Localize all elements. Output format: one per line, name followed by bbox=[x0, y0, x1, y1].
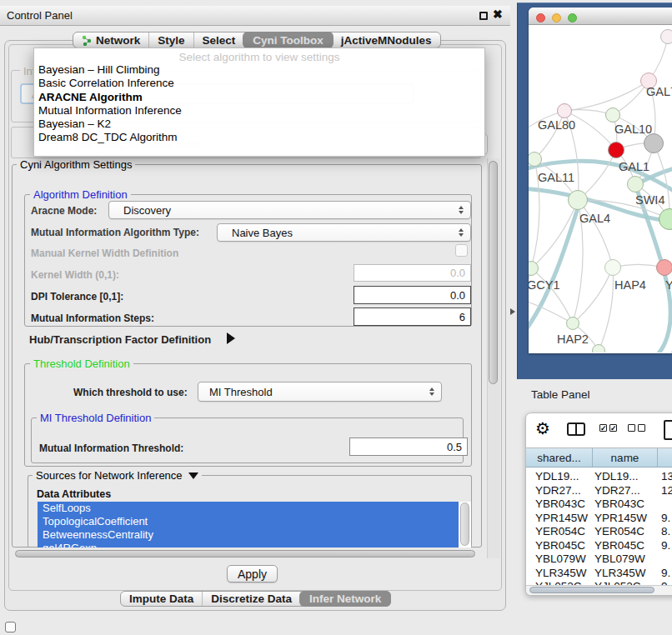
network-node-hap2[interactable] bbox=[566, 317, 579, 330]
network-node[interactable] bbox=[592, 344, 605, 352]
select-all-icon2[interactable]: ✓ bbox=[609, 424, 617, 432]
float-window-icon[interactable] bbox=[479, 12, 488, 20]
manual-kernel-label: Manual Kernel Width Definition bbox=[31, 248, 178, 259]
file-icon[interactable] bbox=[664, 420, 672, 440]
table-cell: 9. bbox=[661, 512, 670, 524]
network-node-label: GAL4 bbox=[579, 212, 610, 225]
tab-label: Select bbox=[203, 34, 236, 47]
column-header-shared[interactable]: shared... bbox=[526, 448, 593, 467]
table-cell: 12 bbox=[661, 484, 672, 497]
network-node-gal1[interactable] bbox=[608, 142, 624, 158]
kernel-width-label: Kernel Width (0,1): bbox=[31, 269, 119, 281]
close-traffic-light[interactable] bbox=[536, 13, 545, 22]
which-threshold-value: MI Threshold bbox=[209, 386, 273, 398]
mi-threshold-field[interactable]: 0.5 bbox=[349, 438, 468, 456]
mi-threshold-title: MI Threshold Definition bbox=[37, 412, 154, 424]
network-node-label: GCY1 bbox=[529, 278, 560, 292]
settings-vscrollbar-thumb[interactable] bbox=[489, 161, 498, 384]
data-attributes-label: Data Attributes bbox=[37, 488, 111, 500]
tab-impute-data[interactable]: Impute Data bbox=[121, 592, 202, 606]
dropdown-item[interactable]: ARACNE Algorithm bbox=[34, 91, 484, 104]
settings-hscrollbar-thumb[interactable] bbox=[15, 550, 475, 558]
data-attributes-list: SelfLoopsTopologicalCoefficientBetweenne… bbox=[38, 502, 459, 548]
network-node-label: GAL80 bbox=[538, 118, 575, 132]
close-icon[interactable]: ✖ bbox=[493, 8, 503, 21]
tab-network[interactable]: Network bbox=[73, 32, 148, 48]
column-header-name[interactable]: name bbox=[593, 448, 658, 467]
data-attribute-item[interactable]: SelfLoops bbox=[38, 502, 459, 515]
tab-label: Discretize Data bbox=[211, 592, 292, 605]
network-node[interactable] bbox=[660, 29, 672, 44]
table-cell: YBL079W bbox=[535, 552, 586, 565]
network-node-hap4[interactable] bbox=[604, 259, 621, 276]
table-cell: YPR145W bbox=[535, 512, 588, 524]
aracne-mode-combo[interactable]: Discovery bbox=[108, 201, 471, 219]
table-cell: 13 bbox=[661, 470, 672, 482]
table-body: YDL19...YDL19...13YDR27...YDR27...12YBR0… bbox=[526, 468, 672, 585]
dpi-tolerance-field[interactable]: 0.0 bbox=[354, 286, 471, 304]
which-threshold-label: Which threshold to use: bbox=[73, 387, 188, 398]
deselect-all-icon[interactable] bbox=[628, 424, 635, 432]
data-attribute-item[interactable]: TopologicalCoefficient bbox=[38, 515, 459, 528]
control-panel-tabbar: Network Style Select Cyni Toolbox jActiv… bbox=[73, 32, 441, 48]
select-all-icon[interactable]: ✓ bbox=[599, 424, 607, 432]
dropdown-item[interactable]: Mutual Information Inference bbox=[34, 104, 484, 118]
tab-style[interactable]: Style bbox=[148, 32, 193, 48]
mi-threshold-label: Mutual Information Threshold: bbox=[39, 442, 183, 454]
table-hscrollbar-thumb[interactable] bbox=[529, 587, 654, 593]
network-node-gal80[interactable] bbox=[557, 103, 572, 118]
tab-infer-network[interactable]: Infer Network bbox=[299, 591, 391, 607]
dropdown-item[interactable]: Bayesian – Hill Climbing bbox=[34, 63, 484, 77]
column-header-3[interactable] bbox=[658, 448, 672, 467]
network-node-y[interactable] bbox=[656, 259, 672, 276]
network-node-gal4[interactable] bbox=[568, 190, 588, 210]
zoom-traffic-light[interactable] bbox=[568, 13, 577, 22]
which-threshold-combo[interactable]: MI Threshold bbox=[198, 382, 442, 402]
network-window-titlebar[interactable] bbox=[529, 8, 672, 25]
network-node-swi4[interactable] bbox=[627, 176, 644, 192]
network-node-gal10[interactable] bbox=[605, 108, 620, 122]
columns-icon[interactable] bbox=[567, 422, 585, 436]
network-node-label: HAP2 bbox=[557, 332, 589, 346]
apply-button[interactable]: Apply bbox=[227, 565, 278, 582]
deselect-all-icon2[interactable] bbox=[638, 424, 645, 432]
network-node[interactable] bbox=[644, 133, 664, 153]
tab-select[interactable]: Select bbox=[193, 32, 244, 48]
list-scrollbar-thumb[interactable] bbox=[460, 502, 469, 546]
split-pane-arrow[interactable] bbox=[510, 308, 515, 315]
expand-arrow-icon[interactable] bbox=[227, 332, 235, 344]
minimize-traffic-light[interactable] bbox=[552, 13, 561, 22]
cyni-bottom-tabbar: Impute Data Discretize Data Infer Networ… bbox=[120, 591, 391, 607]
data-attribute-item[interactable]: gal4RGexp bbox=[38, 542, 459, 548]
manual-kernel-checkbox[interactable] bbox=[455, 244, 468, 257]
tab-jactivemnodules[interactable]: jActiveMNodules bbox=[333, 32, 440, 48]
mi-type-combo[interactable]: Naive Bayes bbox=[217, 223, 471, 242]
network-node-label: GAL10 bbox=[614, 122, 652, 136]
table-header: shared... name bbox=[526, 448, 672, 468]
table-cell: YDL19... bbox=[535, 470, 579, 482]
collapse-arrow-icon[interactable] bbox=[188, 472, 198, 479]
network-node-label: Y bbox=[665, 278, 672, 292]
tab-label: Network bbox=[96, 34, 140, 47]
mi-steps-field[interactable]: 6 bbox=[354, 308, 471, 326]
table-cell: 9. bbox=[661, 539, 670, 552]
table-cell: YPR145W bbox=[594, 512, 647, 524]
network-canvas[interactable]: GAL7GAL80GAL10GAL1GAL11SWI4GAL4GCY1HAP4Y… bbox=[529, 25, 672, 352]
mini-window-icon[interactable] bbox=[5, 622, 16, 632]
dropdown-placeholder: Select algorithm to view settings bbox=[34, 48, 484, 63]
data-attribute-item[interactable]: BetweennessCentrality bbox=[38, 528, 459, 542]
gear-icon[interactable]: ⚙ bbox=[535, 418, 550, 438]
network-window: GAL7GAL80GAL10GAL1GAL11SWI4GAL4GCY1HAP4Y… bbox=[529, 8, 672, 353]
dropdown-item[interactable]: Bayesian – K2 bbox=[34, 118, 484, 131]
control-panel-titlebar[interactable]: Control Panel ✖ bbox=[0, 6, 510, 26]
kernel-width-field[interactable]: 0.0 bbox=[354, 264, 471, 282]
table-hscrollbar-track[interactable] bbox=[526, 585, 672, 595]
aracne-mode-label: Aracne Mode: bbox=[31, 205, 97, 217]
dropdown-item[interactable]: Basic Correlation Inference bbox=[34, 77, 484, 90]
tab-discretize-data[interactable]: Discretize Data bbox=[202, 592, 300, 606]
tab-cyni-toolbox[interactable]: Cyni Toolbox bbox=[243, 32, 333, 48]
dropdown-item[interactable]: Dream8 DC_TDC Algorithm bbox=[34, 131, 484, 144]
stepper-arrows-icon bbox=[429, 388, 434, 396]
algorithm-definition-title: Algorithm Definition bbox=[30, 188, 131, 201]
table-cell: YBR043C bbox=[594, 498, 644, 510]
